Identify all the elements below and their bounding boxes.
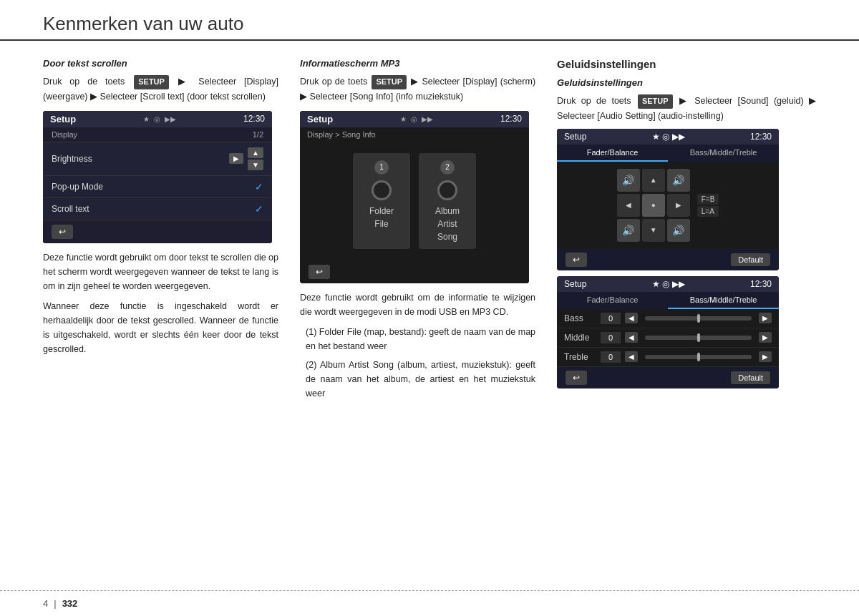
popup-controls: ✓ [255, 181, 263, 192]
content-area: Door tekst scrollen Druk op de toets SET… [0, 41, 859, 419]
screen-row-popup: Pop-up Mode ✓ [43, 176, 272, 198]
fb-label: F=B [697, 194, 719, 205]
screen-song-info: Setup ★ ◎ ▶▶ 12:30 Display > Song Info 1… [300, 111, 529, 283]
tab-bass-middle-treble-2[interactable]: Bass/Middle/Treble [668, 292, 779, 309]
screen-time-col2: 12:30 [500, 114, 522, 124]
screen-time-col1: 12:30 [243, 114, 265, 124]
screen-row-brightness: Brightness ▶ ▲ ▼ [43, 142, 272, 176]
middle-right-btn[interactable]: ▶ [759, 332, 772, 343]
geluid-header-2: Setup ★ ◎ ▶▶ 12:30 [557, 276, 779, 292]
col1-para3: Wanneer deze functie is ingeschakeld wor… [43, 299, 278, 356]
geluid-default-btn-2[interactable]: Default [731, 371, 770, 384]
geluid-time-2: 12:30 [750, 279, 772, 289]
song-info-card-folder: 1 Folder File [353, 153, 410, 249]
setup-badge-col1: SETUP [134, 75, 169, 89]
bass-slider [645, 316, 752, 321]
footer-page: 332 [62, 598, 78, 609]
card2-line1: Album [435, 206, 460, 216]
popup-check-icon: ✓ [255, 181, 263, 192]
bass-value[interactable] [601, 313, 621, 324]
signal-icon-4: ◎ [662, 279, 669, 289]
bass-left-btn[interactable]: ◀ [625, 313, 638, 323]
bass-label: Bass [564, 313, 596, 323]
middle-slider [645, 336, 752, 340]
geluid-screen-1: Setup ★ ◎ ▶▶ 12:30 Fader/Balance Bass/Mi… [557, 129, 779, 270]
tab-fader-balance-2[interactable]: Fader/Balance [557, 292, 668, 309]
treble-slider [645, 355, 752, 359]
geluid-main-title: Geluidsinstellingen [557, 58, 816, 70]
geluid-tabs-1: Fader/Balance Bass/Middle/Treble [557, 145, 779, 162]
geluid-time-1: 12:30 [750, 132, 772, 142]
middle-value[interactable] [601, 332, 621, 343]
bass-right-btn[interactable]: ▶ [759, 313, 772, 323]
geluid-header-1: Setup ★ ◎ ▶▶ 12:30 [557, 129, 779, 145]
bass-slider-thumb [697, 314, 700, 323]
col1-para2: Deze functie wordt gebruikt om door teks… [43, 250, 278, 293]
speaker-rl: 🔊 [617, 219, 640, 242]
geluid-icons-1: ★ ◎ ▶▶ [652, 132, 685, 142]
scroll-up-btn[interactable]: ▲ [248, 147, 263, 158]
setup-badge-col3: SETUP [638, 94, 673, 109]
col-mp3-info: Informatiescherm MP3 Druk op de toets SE… [300, 58, 535, 405]
treble-value[interactable] [601, 351, 621, 363]
screen-header-col2: Setup ★ ◎ ▶▶ 12:30 [300, 111, 529, 127]
col2-para2: Deze functie wordt gebruikt om de inform… [300, 290, 535, 319]
bluetooth-icon: ★ [143, 115, 150, 123]
col3-para1: Druk op de toets SETUP ▶ Selecteer [Soun… [557, 94, 816, 123]
geluid-default-btn-1[interactable]: Default [731, 253, 770, 266]
treble-right-btn[interactable]: ▶ [759, 351, 772, 362]
col-geluid: Geluidsinstellingen Geluidsinstellingen … [557, 58, 816, 394]
col2-para1: Druk op de toets SETUP ▶ Selecteer [Disp… [300, 74, 535, 104]
geluid-back-btn-2[interactable]: ↩ [566, 371, 587, 385]
song-info-breadcrumb: Display > Song Info [300, 127, 529, 142]
geluid-tabs-2: Fader/Balance Bass/Middle/Treble [557, 292, 779, 309]
scroll-buttons: ▲ ▼ [248, 147, 263, 170]
col2-list-item2: (2) Album Artist Song (album, artiest, m… [300, 358, 535, 401]
geluid-title-1: Setup [564, 132, 586, 142]
scroll-down-btn[interactable]: ▼ [248, 160, 263, 170]
section-title-col1: Door tekst scrollen [43, 58, 278, 69]
card2-line3: Song [437, 232, 457, 242]
treble-slider-thumb [697, 353, 700, 361]
col2-list-item1: (1) Folder File (map, bestand): geeft de… [300, 325, 535, 353]
back-btn-col1[interactable]: ↩ [52, 225, 73, 239]
screen-title-col1: Setup [50, 114, 76, 124]
footer-num: 4 [43, 598, 48, 609]
screen-row-scroll: Scroll text ✓ [43, 198, 272, 220]
eq-row-bass: Bass ◀ ▶ [557, 309, 779, 328]
la-label: L=A [697, 206, 719, 217]
screen-body-col1: Display 1/2 Brightness ▶ ▲ ▼ Pop-up Mode [43, 127, 272, 243]
geluid-sub-title: Geluidsinstellingen [557, 77, 816, 88]
fader-grid: 🔊 ▲ 🔊 ◀ ● ▶ 🔊 ▼ 🔊 [617, 169, 690, 242]
eq-row-middle: Middle ◀ ▶ [557, 328, 779, 348]
geluid-back-btn-1[interactable]: ↩ [566, 253, 587, 267]
folder-disc-icon [372, 180, 392, 200]
album-disc-icon [437, 180, 457, 200]
middle-left-btn[interactable]: ◀ [625, 332, 638, 343]
signal-icon-2: ◎ [411, 115, 417, 123]
setup-badge-col2: SETUP [372, 75, 407, 89]
fader-center: ● [642, 194, 665, 217]
song-info-card-album: 2 Album Artist Song [419, 153, 476, 249]
card1-line2: File [374, 219, 388, 229]
tab-fader-balance[interactable]: Fader/Balance [557, 145, 668, 162]
screen-icons-col1: ★ ◎ ▶▶ [143, 115, 176, 123]
eq-rows: Bass ◀ ▶ Middle ◀ ▶ [557, 309, 779, 367]
speaker-fl: 🔊 [617, 169, 640, 192]
popup-label: Pop-up Mode [52, 182, 103, 192]
speaker-fr: 🔊 [667, 169, 690, 192]
screen-back-row-col1: ↩ [43, 220, 272, 243]
geluid-icons-2: ★ ◎ ▶▶ [652, 279, 685, 289]
tab-bass-middle-treble[interactable]: Bass/Middle/Treble [668, 145, 779, 162]
page-footer: 4 | 332 [0, 590, 859, 616]
page-title: Kenmerken van uw auto [43, 13, 816, 35]
geluid-back-default-2: ↩ Default [557, 367, 779, 388]
geluid-title-2: Setup [564, 279, 586, 289]
back-btn-col2[interactable]: ↩ [309, 265, 330, 279]
treble-left-btn[interactable]: ◀ [625, 351, 638, 362]
brightness-arrow[interactable]: ▶ [229, 153, 243, 164]
geluid-back-default-1: ↩ Default [557, 249, 779, 270]
media-icon-3: ▶▶ [672, 132, 685, 142]
middle-label: Middle [564, 333, 596, 343]
fader-labels: F=B L=A [697, 194, 719, 217]
